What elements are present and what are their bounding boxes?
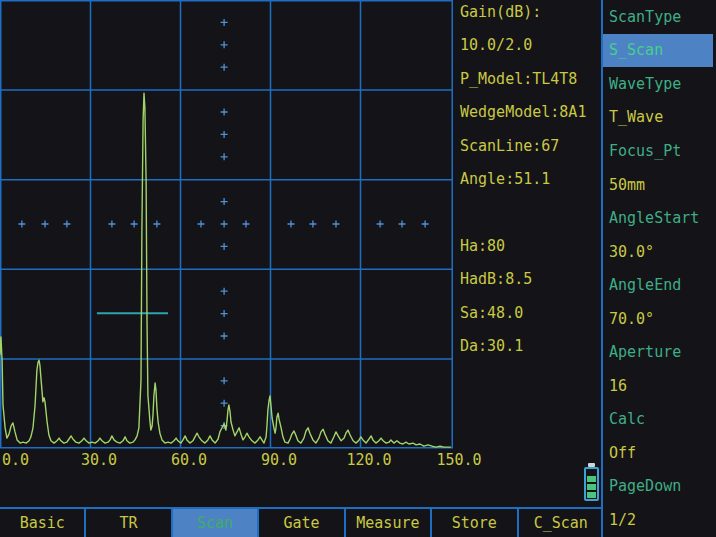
x-axis-tick-label: 0.0 — [2, 451, 29, 469]
sidebar-item-wavetype[interactable]: WaveType — [603, 67, 716, 101]
waveform-trace — [0, 93, 451, 447]
readout-row: Angle:51.1 — [460, 163, 600, 196]
battery-bar-icon — [587, 492, 596, 498]
sidebar-item-aperture[interactable]: Aperture — [603, 335, 716, 369]
battery-bar-icon — [587, 484, 596, 490]
sidebar-item-s-scan[interactable]: S_Scan — [603, 34, 713, 68]
readout-row: Gain(dB): — [460, 0, 600, 29]
sidebar-item-1-2[interactable]: 1/2 — [603, 503, 716, 537]
sidebar-item-off[interactable]: Off — [603, 436, 716, 470]
sidebar-item-30-0-[interactable]: 30.0° — [603, 235, 716, 269]
sidebar-item-t-wave[interactable]: T_Wave — [603, 101, 716, 135]
readout-row: 10.0/2.0 — [460, 29, 600, 62]
x-axis-tick-label: 120.0 — [346, 451, 391, 469]
sidebar-item-focus-pt[interactable]: Focus_Pt — [603, 134, 716, 168]
readout-row: ScanLine:67 — [460, 130, 600, 163]
battery-body-icon — [584, 467, 599, 501]
tab-basic[interactable]: Basic — [0, 509, 86, 537]
x-axis-tick-label: 90.0 — [261, 451, 297, 469]
tab-store[interactable]: Store — [432, 509, 518, 537]
ascan-plot-svg — [0, 0, 453, 449]
readout-row: Sa:48.0 — [460, 297, 600, 330]
readout-row: HadB:8.5 — [460, 263, 600, 296]
tab-c-scan[interactable]: C_Scan — [519, 509, 603, 537]
tab-scan[interactable]: Scan — [173, 509, 259, 537]
sidebar-item-anglestart[interactable]: AngleStart — [603, 201, 716, 235]
tab-gate[interactable]: Gate — [259, 509, 345, 537]
sidebar-menu: ScanTypeS_ScanWaveTypeT_WaveFocus_Pt50mm… — [601, 0, 716, 537]
tab-tr[interactable]: TR — [86, 509, 172, 537]
cross-markers — [18, 19, 428, 429]
readout-row: P_Model:TL4T8 — [460, 63, 600, 96]
sidebar-item-calc[interactable]: Calc — [603, 403, 716, 437]
readout-row: Da:30.1 — [460, 330, 600, 363]
battery-indicator — [584, 463, 599, 503]
x-axis-tick-label: 30.0 — [81, 451, 117, 469]
sidebar-item-70-0-[interactable]: 70.0° — [603, 302, 716, 336]
sidebar-item-angleend[interactable]: AngleEnd — [603, 268, 716, 302]
sidebar-item-scantype[interactable]: ScanType — [603, 0, 716, 34]
x-axis-labels: 0.030.060.090.0120.0150.0 — [0, 451, 520, 471]
x-axis-tick-label: 150.0 — [436, 451, 481, 469]
readout-spacer — [460, 196, 600, 229]
readout-row: Ha:80 — [460, 230, 600, 263]
x-axis-tick-label: 60.0 — [171, 451, 207, 469]
ascan-plot — [0, 0, 453, 449]
sidebar-item-50mm[interactable]: 50mm — [603, 168, 716, 202]
sidebar-item-16[interactable]: 16 — [603, 369, 716, 403]
battery-bar-icon — [587, 476, 596, 482]
readout-row: WedgeModel:8A1 — [460, 96, 600, 129]
tab-bar: BasicTRScanGateMeasureStoreC_Scan — [0, 507, 603, 537]
readout-panel: Gain(dB):10.0/2.0P_Model:TL4T8WedgeModel… — [460, 0, 600, 363]
sidebar-item-pagedown[interactable]: PageDown — [603, 470, 716, 504]
tab-measure[interactable]: Measure — [346, 509, 432, 537]
